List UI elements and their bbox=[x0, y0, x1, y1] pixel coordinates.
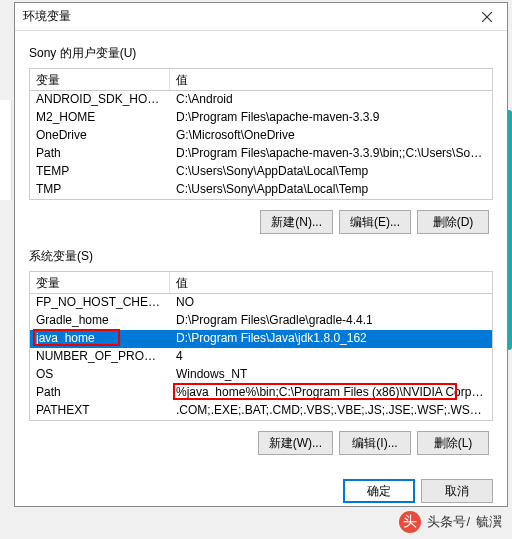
table-row: ANDROID_SDK_HOMEC:\Android bbox=[30, 91, 492, 109]
sys-delete-button[interactable]: 删除(L) bbox=[417, 431, 489, 455]
user-col-val-header[interactable]: 值 bbox=[170, 69, 492, 90]
toutiao-logo-icon: 头 bbox=[399, 511, 421, 533]
sys-edit-button[interactable]: 编辑(I)... bbox=[339, 431, 411, 455]
sys-col-var-header[interactable]: 变量 bbox=[30, 272, 170, 293]
env-vars-dialog: 环境变量 Sony 的用户变量(U) 变量 值 ANDROID_SDK_HOME… bbox=[14, 2, 508, 507]
user-edit-button[interactable]: 编辑(E)... bbox=[339, 210, 411, 234]
sys-vars-group: 变量 值 FP_NO_HOST_CHECKNO Gradle_homeD:\Pr… bbox=[29, 271, 493, 421]
sys-col-val-header[interactable]: 值 bbox=[170, 272, 492, 293]
table-row: Gradle_homeD:\Program Files\Gradle\gradl… bbox=[30, 312, 492, 330]
window-title: 环境变量 bbox=[23, 8, 71, 25]
table-row: FP_NO_HOST_CHECKNO bbox=[30, 294, 492, 312]
table-row: Path%java_home%\bin;C:\Program Files (x8… bbox=[30, 384, 492, 402]
table-row: OneDriveG:\Microsoft\OneDrive bbox=[30, 127, 492, 145]
table-row: PathD:\Program Files\apache-maven-3.3.9\… bbox=[30, 145, 492, 163]
background-tab-edge bbox=[0, 100, 12, 200]
titlebar: 环境变量 bbox=[15, 3, 507, 31]
user-new-button[interactable]: 新建(N)... bbox=[260, 210, 333, 234]
close-icon bbox=[482, 12, 492, 22]
sys-new-button[interactable]: 新建(W)... bbox=[258, 431, 333, 455]
close-button[interactable] bbox=[467, 3, 507, 31]
table-row: TMPC:\Users\Sony\AppData\Local\Temp bbox=[30, 181, 492, 199]
ok-button[interactable]: 确定 bbox=[343, 479, 415, 503]
user-col-var-header[interactable]: 变量 bbox=[30, 69, 170, 90]
dialog-footer: 确定 取消 bbox=[15, 473, 507, 513]
user-vars-table[interactable]: ANDROID_SDK_HOMEC:\Android M2_HOMED:\Pro… bbox=[30, 91, 492, 199]
user-delete-button[interactable]: 删除(D) bbox=[417, 210, 489, 234]
sys-vars-table[interactable]: FP_NO_HOST_CHECKNO Gradle_homeD:\Program… bbox=[30, 294, 492, 420]
user-vars-header: 变量 值 bbox=[30, 69, 492, 91]
user-vars-group: 变量 值 ANDROID_SDK_HOMEC:\Android M2_HOMED… bbox=[29, 68, 493, 200]
table-row: NUMBER_OF_PROCESSORS4 bbox=[30, 348, 492, 366]
dialog-content: Sony 的用户变量(U) 变量 值 ANDROID_SDK_HOMEC:\An… bbox=[15, 31, 507, 473]
watermark: 头 头条号/ 毓瀷 bbox=[399, 511, 502, 533]
table-row: OSWindows_NT bbox=[30, 366, 492, 384]
watermark-name: 毓瀷 bbox=[476, 513, 502, 531]
sys-vars-header: 变量 值 bbox=[30, 272, 492, 294]
sys-vars-label: 系统变量(S) bbox=[29, 248, 493, 265]
sys-vars-buttons: 新建(W)... 编辑(I)... 删除(L) bbox=[29, 421, 493, 465]
table-row: TEMPC:\Users\Sony\AppData\Local\Temp bbox=[30, 163, 492, 181]
watermark-prefix: 头条号/ bbox=[427, 513, 470, 531]
table-row: M2_HOMED:\Program Files\apache-maven-3.3… bbox=[30, 109, 492, 127]
cancel-button[interactable]: 取消 bbox=[421, 479, 493, 503]
user-vars-label: Sony 的用户变量(U) bbox=[29, 45, 493, 62]
table-row: PATHEXT.COM;.EXE;.BAT;.CMD;.VBS;.VBE;.JS… bbox=[30, 402, 492, 420]
table-row-selected: java_homeD:\Program Files\Java\jdk1.8.0_… bbox=[30, 330, 492, 348]
user-vars-buttons: 新建(N)... 编辑(E)... 删除(D) bbox=[29, 200, 493, 244]
